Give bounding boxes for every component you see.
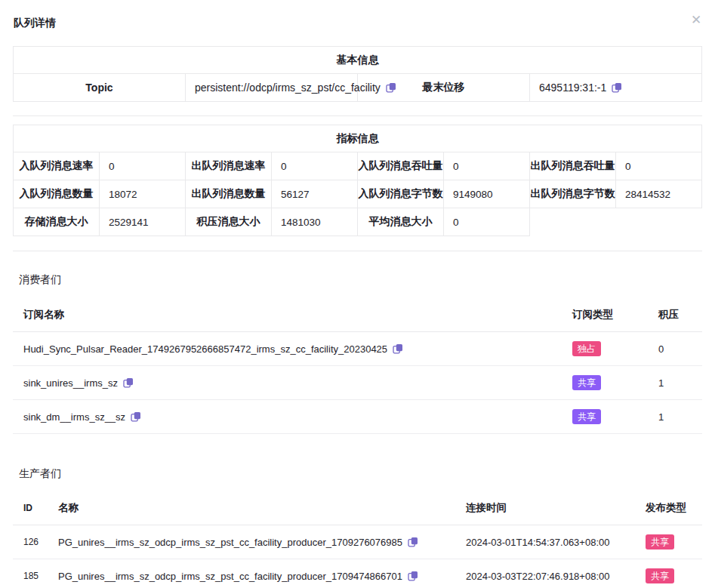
producers-table-header: ID 名称 连接时间 发布类型 — [13, 490, 702, 525]
metric-value: 18072 — [100, 180, 186, 208]
offset-value-cell: 6495119:31:-1 — [530, 74, 702, 102]
copy-icon[interactable] — [131, 411, 141, 422]
consumer-row: sink_unires__irms_sz 共享 1 — [13, 366, 702, 400]
column-subscription-type: 订阅类型 — [572, 308, 658, 322]
metric-value: 0 — [444, 152, 530, 180]
topic-value-cell: persistent://odcp/irms_sz_pst/cc_facilit… — [186, 74, 358, 102]
producer-id: 185 — [23, 571, 58, 581]
metric-label: 平均消息大小 — [358, 208, 444, 236]
consumer-row: sink_dm__irms_sz__sz 共享 1 — [13, 400, 702, 434]
column-subscription-name: 订阅名称 — [23, 308, 572, 322]
producers-table: ID 名称 连接时间 发布类型 126 PG_unires__irms_sz_o… — [13, 490, 702, 588]
column-name: 名称 — [58, 501, 466, 515]
metric-label: 出队列消息数量 — [186, 180, 272, 208]
column-publish-type: 发布类型 — [646, 501, 702, 515]
subscription-type-badge: 独占 — [572, 341, 601, 356]
metric-label: 入队列消息数量 — [14, 180, 100, 208]
subscription-name: sink_unires__irms_sz — [23, 377, 118, 389]
copy-icon[interactable] — [612, 82, 622, 93]
page-title: 队列详情 — [14, 17, 56, 29]
divider — [13, 115, 702, 116]
backlog-value: 1 — [658, 411, 702, 423]
column-connect-time: 连接时间 — [466, 501, 646, 515]
metric-label: 入队列消息吞吐量 — [358, 152, 444, 180]
copy-icon[interactable] — [123, 377, 134, 388]
metrics-header: 指标信息 — [14, 125, 702, 152]
basic-info-header: 基本信息 — [14, 47, 702, 74]
producers-heading: 生产者们 — [19, 467, 715, 481]
consumers-heading: 消费者们 — [19, 273, 715, 287]
producer-name: PG_unires__irms_sz_odcp_irms_sz_pst_cc_f… — [58, 537, 402, 548]
metric-value: 0 — [272, 152, 358, 180]
publish-type-badge: 共享 — [646, 568, 674, 583]
producer-connect-time: 2024-03-01T14:54:37.063+08:00 — [466, 537, 646, 548]
metric-value: 0 — [100, 152, 186, 180]
metric-label: 入队列消息速率 — [14, 152, 100, 180]
metric-value: 9149080 — [444, 180, 530, 208]
metric-value: 0 — [444, 208, 530, 236]
copy-icon[interactable] — [386, 82, 396, 93]
subscription-type-badge: 共享 — [572, 375, 601, 390]
backlog-value: 0 — [658, 343, 702, 355]
consumers-table: 订阅名称 订阅类型 积压 Hudi_Sync_Pulsar_Reader_174… — [13, 297, 702, 434]
metrics-row: 存储消息大小 2529141 积压消息大小 1481030 平均消息大小 0 — [14, 208, 702, 236]
metrics-table: 指标信息 入队列消息速率 0 出队列消息速率 0 入队列消息吞吐量 0 出队列消… — [13, 125, 702, 236]
metric-value: 28414532 — [616, 180, 702, 208]
metric-value: 2529141 — [100, 208, 186, 236]
metric-label: 积压消息大小 — [186, 208, 272, 236]
close-icon[interactable]: ✕ — [689, 13, 704, 28]
subscription-name: Hudi_Sync_Pulsar_Reader_1749267952666857… — [23, 343, 387, 355]
copy-icon[interactable] — [408, 537, 418, 547]
column-backlog: 积压 — [658, 308, 702, 322]
metrics-row: 入队列消息数量 18072 出队列消息数量 56127 入队列消息字节数 914… — [14, 180, 702, 208]
topic-label: Topic — [14, 74, 186, 102]
topic-value: persistent://odcp/irms_sz_pst/cc_facilit… — [195, 82, 381, 94]
publish-type-badge: 共享 — [646, 534, 674, 550]
consumer-row: Hudi_Sync_Pulsar_Reader_1749267952666857… — [13, 332, 702, 366]
producer-id: 126 — [23, 537, 58, 547]
producer-name: PG_unires__irms_sz_odcp_irms_sz_pst_cc_f… — [58, 571, 402, 582]
subscription-name: sink_dm__irms_sz__sz — [23, 411, 125, 423]
column-id: ID — [23, 503, 58, 513]
divider — [13, 251, 702, 251]
subscription-type-badge: 共享 — [572, 409, 601, 424]
producer-connect-time: 2024-03-03T22:07:46.918+08:00 — [466, 571, 646, 582]
backlog-value: 1 — [658, 377, 702, 389]
metric-label: 出队列消息字节数 — [530, 180, 616, 208]
offset-value: 6495119:31:-1 — [539, 82, 606, 94]
metrics-row: 入队列消息速率 0 出队列消息速率 0 入队列消息吞吐量 0 出队列消息吞吐量 … — [14, 152, 702, 180]
copy-icon[interactable] — [408, 571, 418, 581]
metric-label: 出队列消息吞吐量 — [530, 152, 616, 180]
consumers-table-header: 订阅名称 订阅类型 积压 — [13, 297, 702, 332]
metric-label: 入队列消息字节数 — [358, 180, 444, 208]
basic-info-table: 基本信息 Topic persistent://odcp/irms_sz_pst… — [13, 46, 702, 102]
copy-icon[interactable] — [393, 343, 403, 354]
metric-empty-cell — [530, 208, 702, 236]
metric-value: 1481030 — [272, 208, 358, 236]
producer-row: 126 PG_unires__irms_sz_odcp_irms_sz_pst_… — [13, 525, 702, 559]
producer-row: 185 PG_unires__irms_sz_odcp_irms_sz_pst_… — [13, 559, 702, 588]
dialog-header: 队列详情 ✕ — [0, 0, 715, 30]
metric-value: 56127 — [272, 180, 358, 208]
metric-value: 0 — [616, 152, 702, 180]
metric-label: 出队列消息速率 — [186, 152, 272, 180]
basic-info-row: Topic persistent://odcp/irms_sz_pst/cc_f… — [14, 74, 702, 102]
metric-label: 存储消息大小 — [14, 208, 100, 236]
